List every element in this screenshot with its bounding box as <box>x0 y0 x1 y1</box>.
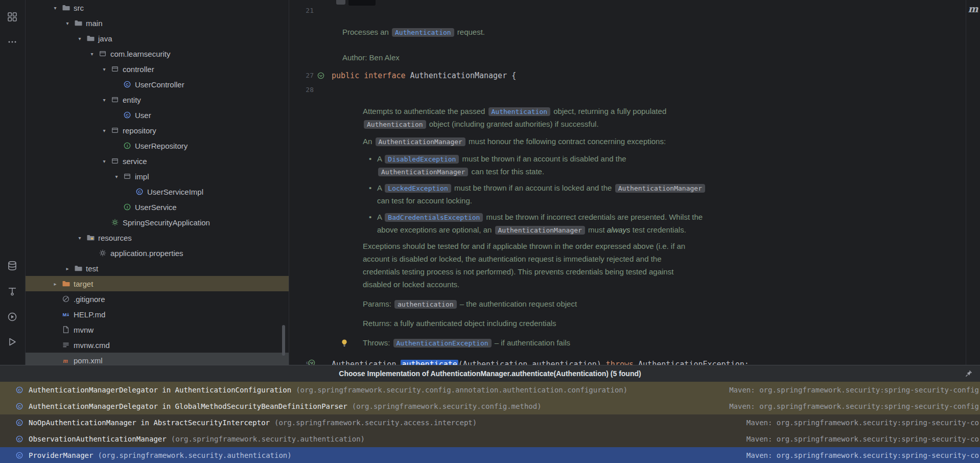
implementation-row[interactable]: CAuthenticationManagerDelegator in Authe… <box>0 382 980 398</box>
implementation-name: AuthenticationManagerDelegator in Authen… <box>29 386 291 394</box>
package-icon <box>98 50 107 58</box>
doc-line: Processes an Authentication request. <box>342 26 485 38</box>
doc-paragraph: Exceptions should be tested for and if a… <box>363 240 706 291</box>
doc-text: Throws: <box>363 338 392 347</box>
doc-link-chip[interactable]: Authentication <box>392 28 454 37</box>
folder-resources-icon <box>86 234 95 242</box>
svg-text:C: C <box>18 388 21 392</box>
chevron-down-icon[interactable]: ▾ <box>98 158 110 164</box>
doc-paragraph: Throws: AuthenticationException – if aut… <box>363 336 706 349</box>
doc-paragraph: Params: authentication – the authenticat… <box>363 297 706 310</box>
doc-code-chip: AuthenticationManager <box>615 184 705 193</box>
tree-item-test[interactable]: ▸test <box>26 261 289 276</box>
scrolled-code-fragment <box>336 0 345 5</box>
more-tool-windows-icon[interactable] <box>7 36 18 48</box>
editor[interactable]: 21272857Processes an Authentication requ… <box>289 0 966 365</box>
implementation-name: ProviderManager <box>29 451 93 459</box>
code-token: AuthenticationException; <box>634 360 749 365</box>
database-icon[interactable] <box>7 260 18 271</box>
doc-link-chip[interactable]: AuthenticationException <box>393 339 492 348</box>
doc-line: Author: Ben Alex <box>342 51 485 64</box>
chevron-right-icon[interactable]: ▸ <box>49 281 61 287</box>
package-icon <box>123 172 132 180</box>
svg-text:M: M <box>63 312 67 317</box>
pin-icon[interactable] <box>965 369 973 378</box>
project-tree: ▾src▾main▾java▾com.learnsecurity▾control… <box>26 0 289 365</box>
chevron-down-icon[interactable]: ▾ <box>98 97 110 103</box>
chevron-right-icon[interactable]: ▸ <box>61 266 74 271</box>
folder-icon <box>61 4 71 12</box>
tree-item-help-md[interactable]: MHELP.md <box>26 307 289 322</box>
implementations-marker-icon[interactable] <box>308 359 316 365</box>
class-icon: C <box>15 435 24 443</box>
tree-item-src[interactable]: ▾src <box>26 0 289 15</box>
tree-item-label: java <box>98 34 112 43</box>
implementation-package: (org.springframework.security.authentica… <box>171 435 365 443</box>
tree-item-resources[interactable]: ▾resources <box>26 230 289 245</box>
tree-item-mvnw-cmd[interactable]: mvnw.cmd <box>26 337 289 353</box>
tree-item-mvnw[interactable]: mvnw <box>26 322 289 337</box>
tree-item-label: entity <box>123 96 141 104</box>
tree-item-java[interactable]: ▾java <box>26 31 289 46</box>
endpoints-icon[interactable] <box>7 286 18 297</box>
right-toolwindow-stripe: m <box>966 0 980 365</box>
tree-item-application-properties[interactable]: application.properties <box>26 245 289 261</box>
doc-link-chip[interactable]: LockedException <box>385 184 451 193</box>
tree-item-pom-xml[interactable]: mpom.xml <box>26 353 289 365</box>
services-icon[interactable] <box>7 311 18 322</box>
tree-item-label: repository <box>123 126 156 135</box>
tree-item-service[interactable]: ▾service <box>26 153 289 169</box>
tree-item-springsecurityapplication[interactable]: SpringSecurityApplication <box>26 215 289 230</box>
tree-item-repository[interactable]: ▾repository <box>26 123 289 138</box>
tree-item--gitignore[interactable]: .gitignore <box>26 291 289 307</box>
implementations-marker-icon[interactable] <box>317 72 325 80</box>
svg-text:C: C <box>18 421 21 425</box>
intention-bulb-icon[interactable] <box>340 339 348 347</box>
doc-link-chip[interactable]: BadCredentialsException <box>385 213 483 222</box>
chevron-down-icon[interactable]: ▾ <box>98 66 110 72</box>
implementation-row[interactable]: CAuthenticationManagerDelegator in Globa… <box>0 398 980 414</box>
tree-item-user[interactable]: CUser <box>26 107 289 123</box>
line-number: 21 <box>289 5 314 17</box>
tree-item-main[interactable]: ▾main <box>26 15 289 31</box>
run-icon[interactable] <box>7 336 18 348</box>
class-icon: C <box>15 419 24 427</box>
tree-item-com-learnsecurity[interactable]: ▾com.learnsecurity <box>26 46 289 61</box>
maven-toolwindow-button[interactable]: m <box>966 3 980 14</box>
class-icon: C <box>135 188 144 196</box>
tree-item-label: mvnw.cmd <box>74 341 110 350</box>
code-token: interface <box>364 71 405 80</box>
doc-link-chip[interactable]: Authentication <box>488 107 551 116</box>
implementation-row[interactable]: CNoOpAuthenticationManager in AbstractSe… <box>0 414 980 431</box>
doc-line: Params: authentication – the authenticat… <box>363 297 706 310</box>
chevron-down-icon[interactable]: ▾ <box>74 36 86 41</box>
chevron-down-icon[interactable]: ▾ <box>110 174 123 179</box>
project-icon[interactable] <box>7 11 18 22</box>
chevron-down-icon[interactable]: ▾ <box>74 235 86 241</box>
tree-scrollbar-thumb[interactable] <box>282 325 285 356</box>
doc-text: Processes an <box>342 28 391 36</box>
doc-line: A BadCredentialsException must be thrown… <box>377 211 706 223</box>
tree-item-userserviceimpl[interactable]: CUserServiceImpl <box>26 184 289 199</box>
tree-item-controller[interactable]: ▾controller <box>26 61 289 77</box>
chevron-down-icon[interactable]: ▾ <box>49 5 61 11</box>
doc-code-chip: AuthenticationManager <box>376 137 465 146</box>
svg-text:C: C <box>18 453 21 458</box>
tree-item-impl[interactable]: ▾impl <box>26 169 289 184</box>
chevron-down-icon[interactable]: ▾ <box>86 51 98 57</box>
ignored-icon <box>61 295 71 303</box>
tree-item-userrepository[interactable]: IUserRepository <box>26 138 289 153</box>
class-icon: C <box>15 386 24 394</box>
package-icon <box>110 157 120 165</box>
tree-item-usercontroller[interactable]: CUserController <box>26 77 289 92</box>
chevron-down-icon[interactable]: ▾ <box>98 128 110 133</box>
code-token: throws <box>606 360 634 365</box>
implementation-row[interactable]: CObservationAuthenticationManager(org.sp… <box>0 431 980 447</box>
chevron-down-icon[interactable]: ▾ <box>61 20 74 26</box>
implementation-row-selected[interactable]: CProviderManager(org.springframework.sec… <box>0 447 980 463</box>
svg-text:I: I <box>127 205 128 210</box>
tree-item-entity[interactable]: ▾entity <box>26 92 289 107</box>
tree-item-userservice[interactable]: IUserService <box>26 199 289 215</box>
doc-link-chip[interactable]: DisabledException <box>385 155 459 164</box>
tree-item-target[interactable]: ▸target <box>26 276 289 291</box>
